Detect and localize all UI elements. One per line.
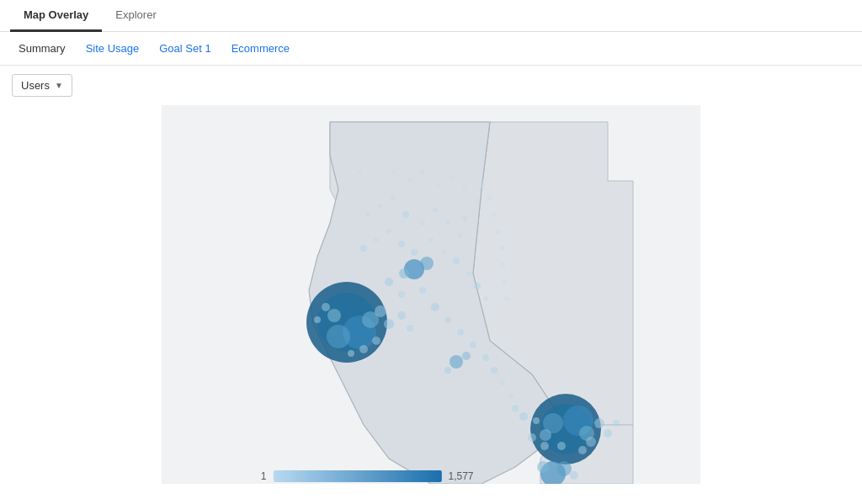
svg-point-62 xyxy=(411,249,418,256)
map-svg xyxy=(162,105,700,484)
svg-point-84 xyxy=(450,174,455,179)
svg-point-43 xyxy=(462,352,471,360)
svg-point-32 xyxy=(604,429,612,438)
tab-map-overlay[interactable]: Map Overlay xyxy=(10,0,102,32)
chevron-down-icon: ▼ xyxy=(55,81,63,90)
svg-point-10 xyxy=(327,309,341,322)
svg-point-19 xyxy=(314,316,321,323)
svg-point-88 xyxy=(487,195,492,200)
svg-point-54 xyxy=(500,380,505,385)
svg-point-85 xyxy=(462,187,467,192)
legend-gradient-bar xyxy=(274,470,442,482)
second-tab-bar: Summary Site Usage Goal Set 1 Ecommerce xyxy=(0,32,862,66)
svg-point-87 xyxy=(479,183,484,188)
svg-point-46 xyxy=(398,291,405,298)
svg-point-28 xyxy=(578,446,587,454)
legend-max-value: 1,577 xyxy=(449,470,474,482)
svg-point-14 xyxy=(359,345,368,353)
tab-site-usage[interactable]: Site Usage xyxy=(77,39,148,58)
svg-point-18 xyxy=(322,303,330,311)
svg-point-89 xyxy=(492,212,497,217)
svg-point-59 xyxy=(374,237,379,242)
svg-point-26 xyxy=(594,418,604,428)
tab-explorer[interactable]: Explorer xyxy=(102,0,169,32)
svg-point-44 xyxy=(444,367,451,374)
svg-point-64 xyxy=(441,250,446,255)
svg-point-82 xyxy=(420,170,425,175)
svg-point-60 xyxy=(386,229,391,234)
svg-point-68 xyxy=(483,296,488,301)
svg-point-40 xyxy=(420,257,434,270)
svg-point-55 xyxy=(508,393,513,398)
svg-point-51 xyxy=(470,342,476,348)
svg-point-56 xyxy=(512,405,519,411)
svg-point-41 xyxy=(399,268,409,279)
svg-point-92 xyxy=(500,263,505,268)
svg-point-73 xyxy=(420,220,425,225)
svg-point-16 xyxy=(397,311,406,320)
svg-point-80 xyxy=(391,170,396,175)
controls-bar: Users ▼ xyxy=(0,66,862,105)
svg-point-12 xyxy=(384,319,394,329)
svg-point-42 xyxy=(450,355,463,369)
svg-point-63 xyxy=(428,237,434,242)
svg-point-8 xyxy=(327,325,350,348)
svg-point-57 xyxy=(519,412,528,421)
svg-point-53 xyxy=(491,367,498,374)
svg-point-71 xyxy=(391,195,396,200)
svg-point-91 xyxy=(500,246,505,251)
svg-point-94 xyxy=(504,296,509,301)
tab-summary[interactable]: Summary xyxy=(10,39,74,58)
svg-point-49 xyxy=(444,316,451,323)
svg-point-72 xyxy=(402,211,409,218)
svg-point-37 xyxy=(537,461,549,473)
dropdown-label: Users xyxy=(21,79,50,92)
map-svg-wrapper xyxy=(162,105,700,492)
svg-point-75 xyxy=(445,220,450,225)
svg-point-86 xyxy=(475,199,480,204)
svg-point-67 xyxy=(474,283,481,289)
svg-point-38 xyxy=(570,471,578,480)
svg-point-66 xyxy=(466,271,471,276)
svg-point-93 xyxy=(503,279,508,284)
svg-point-70 xyxy=(378,204,383,209)
svg-point-34 xyxy=(533,417,540,424)
svg-point-45 xyxy=(385,278,393,286)
svg-point-36 xyxy=(556,461,572,476)
metric-dropdown[interactable]: Users ▼ xyxy=(12,74,72,97)
map-legend: 1 1,577 xyxy=(261,470,474,482)
svg-point-25 xyxy=(540,429,551,441)
svg-point-50 xyxy=(457,329,464,336)
svg-point-77 xyxy=(462,216,467,221)
tab-goal-set-1[interactable]: Goal Set 1 xyxy=(151,39,219,58)
svg-point-48 xyxy=(431,303,439,311)
svg-point-17 xyxy=(407,325,413,332)
svg-point-90 xyxy=(496,229,501,234)
svg-point-78 xyxy=(357,170,362,175)
svg-point-79 xyxy=(374,166,379,171)
svg-point-74 xyxy=(433,208,438,213)
svg-point-27 xyxy=(586,437,596,447)
svg-point-65 xyxy=(453,257,460,264)
svg-point-58 xyxy=(360,245,367,252)
svg-point-30 xyxy=(540,442,549,450)
svg-point-13 xyxy=(372,337,380,345)
svg-point-52 xyxy=(482,354,489,361)
svg-point-11 xyxy=(375,305,386,317)
svg-point-31 xyxy=(528,433,536,442)
svg-point-33 xyxy=(613,420,620,427)
svg-point-47 xyxy=(419,287,426,294)
svg-point-29 xyxy=(557,442,566,450)
svg-point-83 xyxy=(437,183,442,188)
top-tab-bar: Map Overlay Explorer xyxy=(0,0,862,32)
svg-point-61 xyxy=(398,241,405,247)
legend-min-value: 1 xyxy=(261,470,267,482)
svg-point-81 xyxy=(407,178,412,183)
svg-point-15 xyxy=(348,350,354,357)
svg-point-76 xyxy=(458,233,463,238)
svg-point-69 xyxy=(365,212,370,217)
map-container: 1 1,577 xyxy=(0,105,862,492)
tab-ecommerce[interactable]: Ecommerce xyxy=(223,39,298,58)
